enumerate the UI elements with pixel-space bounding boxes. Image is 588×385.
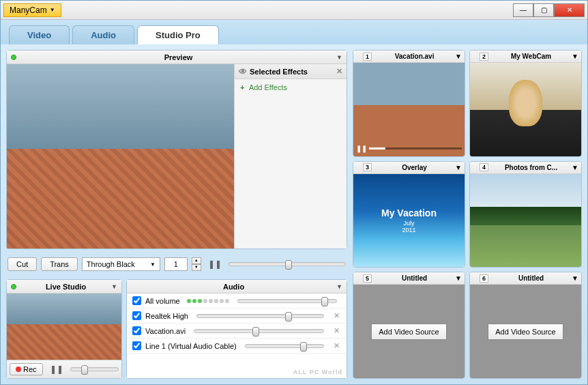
source-title: Vacation.avi [374,53,455,60]
source-body: ❚❚ [353,63,465,156]
preview-body: 👁 Selected Effects ✕ + Add Effects [7,64,347,248]
audio-label: Realtek High [145,312,188,320]
preview-panel: Preview ▼ 👁 Selected Effects ✕ + Add Eff [6,50,347,249]
step-up-button[interactable]: ▲ [192,257,201,264]
audio-checkbox[interactable] [132,326,141,335]
live-studio-panel: Live Studio ▼ Rec ❚❚ [6,279,122,379]
source-body [470,63,581,156]
chevron-down-icon[interactable]: ▼ [572,53,578,60]
source-thumbnail [353,63,465,156]
chevron-down-icon[interactable]: ▼ [455,274,462,282]
minimize-button[interactable]: — [513,3,533,17]
source-2[interactable]: 2 My WebCam ▼ [469,50,582,157]
tab-video[interactable]: Video [9,25,70,44]
remove-icon[interactable]: ✕ [332,326,341,335]
source-number: 6 [480,274,488,283]
duration-input[interactable] [164,257,188,271]
remove-icon[interactable]: ✕ [332,311,341,320]
add-effects-button[interactable]: + Add Effects [235,79,347,96]
source-number: 2 [480,53,488,61]
source-thumbnail [470,174,581,268]
trans-button[interactable]: Trans [41,257,78,271]
preview-slider[interactable] [229,262,346,266]
chevron-down-icon[interactable]: ▼ [572,164,578,171]
eye-icon: 👁 [239,67,247,76]
remove-icon[interactable]: ✕ [332,341,341,350]
overlay-title: My Vacation [381,208,437,218]
live-studio-video[interactable] [7,294,121,360]
source-4[interactable]: 4 Photos from C... ▼ [469,161,582,268]
chevron-down-icon[interactable]: ▼ [455,164,462,171]
live-slider[interactable] [70,367,119,371]
audio-row: Realtek High ✕ [127,309,347,324]
source-header: 6 Untitled ▼ [470,272,581,285]
audio-checkbox[interactable] [132,311,141,320]
close-button[interactable]: ✕ [554,3,585,17]
record-label: Rec [23,365,37,373]
source-header: 1 Vacation.avi ▼ [353,51,465,63]
maximize-button[interactable]: ▢ [533,3,554,17]
add-video-source-button[interactable]: Add Video Source [371,324,446,340]
source-body: Add Video Source [353,285,465,378]
source-number: 3 [363,163,372,171]
transition-value: Through Black [87,260,135,268]
status-dot-icon [473,165,477,170]
main-window: ManyCam ▼ — ▢ ✕ Video Audio Studio Pro P… [0,0,588,385]
volume-slider[interactable] [245,344,324,348]
content-area: Preview ▼ 👁 Selected Effects ✕ + Add Eff [1,44,587,384]
record-icon [16,367,21,372]
pause-icon[interactable]: ❚❚ [356,145,367,152]
source-title: Untitled [374,274,455,282]
close-icon[interactable]: ✕ [336,67,342,76]
volume-slider[interactable] [196,314,324,318]
pause-icon[interactable]: ❚❚ [205,259,224,269]
audio-checkbox[interactable] [132,341,141,350]
source-6[interactable]: 6 Untitled ▼ Add Video Source [469,272,582,379]
audio-label: Line 1 (Virtual Audio Cable) [145,342,237,350]
preview-header: Preview ▼ [7,51,347,64]
chevron-down-icon[interactable]: ▼ [336,54,342,61]
window-controls: — ▢ ✕ [513,3,585,17]
app-menu-button[interactable]: ManyCam ▼ [3,3,61,17]
status-dot-icon [473,276,477,281]
step-down-button[interactable]: ▼ [192,264,201,271]
audio-checkbox[interactable] [132,296,141,305]
source-3[interactable]: 3 Overlay ▼ My Vacation July 2011 [353,161,465,268]
source-body: My Vacation July 2011 [353,174,465,268]
source-header: 3 Overlay ▼ [353,162,465,174]
chevron-down-icon[interactable]: ▼ [111,283,117,290]
live-studio-controls: Rec ❚❚ [7,360,121,378]
left-column: Preview ▼ 👁 Selected Effects ✕ + Add Eff [6,50,347,379]
right-column: 1 Vacation.avi ▼ ❚❚ [353,50,582,379]
chevron-down-icon[interactable]: ▼ [455,53,462,60]
transition-select[interactable]: Through Black ▼ [82,257,160,271]
chevron-down-icon[interactable]: ▼ [572,274,578,282]
source-number: 4 [480,163,488,171]
app-title: ManyCam [10,5,47,15]
volume-slider[interactable] [194,329,324,333]
overlay-subtitle: July [403,220,414,227]
cut-button[interactable]: Cut [8,257,37,271]
record-button[interactable]: Rec [10,363,43,375]
effects-sidebar: 👁 Selected Effects ✕ + Add Effects [234,64,347,248]
effects-header: 👁 Selected Effects ✕ [235,64,347,79]
audio-label: All volume [145,297,180,305]
tab-audio[interactable]: Audio [72,25,134,44]
preview-video[interactable] [7,64,234,248]
tab-studio-pro[interactable]: Studio Pro [137,25,219,44]
source-5[interactable]: 5 Untitled ▼ Add Video Source [353,272,465,379]
volume-slider[interactable] [237,299,337,303]
chevron-down-icon: ▼ [50,7,55,13]
pause-icon[interactable]: ❚❚ [47,365,66,374]
audio-header: Audio ▼ [127,280,347,294]
source-1[interactable]: 1 Vacation.avi ▼ ❚❚ [353,50,465,157]
audio-row: Vacation.avi ✕ [127,324,347,339]
live-studio-title: Live Studio [20,283,111,291]
audio-body: All volume Realtek High ✕ [127,294,347,378]
add-video-source-button[interactable]: Add Video Source [488,324,563,340]
chevron-down-icon[interactable]: ▼ [336,283,342,290]
duration-stepper: ▲ ▼ [192,257,201,271]
progress-track[interactable] [369,147,462,149]
status-dot-icon [356,165,361,170]
source-title: My WebCam [490,53,572,60]
